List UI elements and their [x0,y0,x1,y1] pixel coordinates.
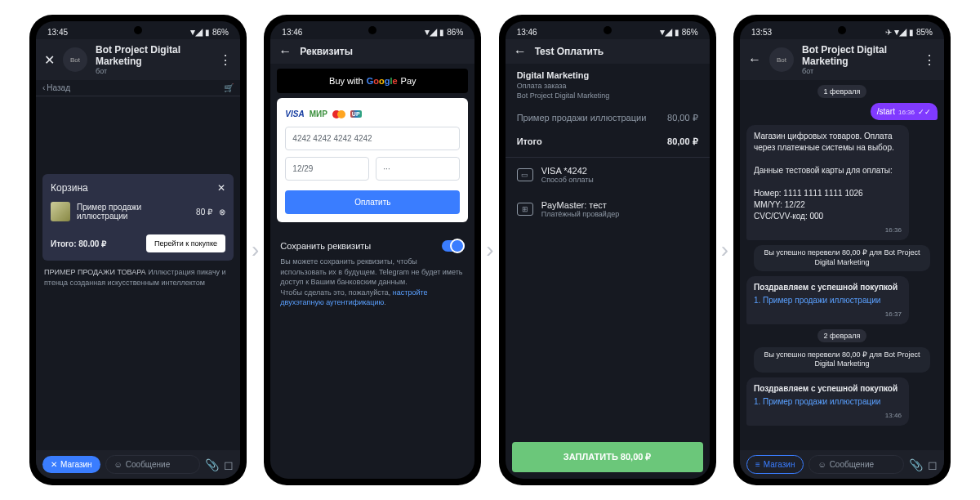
cart-item-name: Пример продажи иллюстрации [77,203,189,221]
camera-icon[interactable]: ◻ [224,458,234,471]
store-button[interactable]: ≡ Магазин [746,455,804,474]
close-icon[interactable]: ✕ [217,182,225,194]
outgoing-message[interactable]: /start16:36✓✓ [871,103,938,120]
chevron-right-icon: › [721,237,728,263]
webview-back-button[interactable]: ‹ Назад [42,83,70,92]
camera-icon[interactable]: ◻ [928,458,938,471]
input-bar: ✕ Магазин ☺Сообщение 📎 ◻ [36,450,240,479]
incoming-message[interactable]: Поздравляем с успешной покупкой 1. Приме… [746,377,909,426]
product-caption: ПРИМЕР ПРОДАЖИ ТОВАРА Иллюстрация пикачу… [36,261,240,294]
input-bar: ≡ Магазин ☺Сообщение 📎 ◻ [740,450,944,479]
wifi-icon: ▾◢ [660,26,672,38]
page-title: Реквизиты [300,46,353,57]
payment-method-row[interactable]: ▭ VISA *4242 Способ оплаты [506,158,710,192]
cart-panel: Корзина✕ Пример продажи иллюстрации 80 ₽… [42,174,234,261]
more-icon[interactable]: ⋮ [219,52,232,68]
emoji-icon[interactable]: ☺ [114,460,122,469]
more-icon[interactable]: ⋮ [923,52,936,68]
save-details-label: Сохранить реквизиты [280,241,371,251]
card-icon: ▭ [517,168,533,181]
card-cvc-input[interactable] [376,157,460,181]
service-message: Вы успешно перевели 80,00 ₽ для Bot Proj… [754,245,929,270]
battery-pct: 85% [916,28,933,37]
chat-header: ← Bot Bot Project Digital Marketing бот … [740,39,944,80]
message-input[interactable]: ☺Сообщение [105,455,200,474]
date-separator: 2 февраля [817,329,867,342]
cart-item-price: 80 ₽ [196,208,212,217]
battery-pct: 86% [682,28,698,37]
chat-title: Bot Project Digital Marketing [96,44,211,67]
webview-bar: ‹ Назад 🛒 [36,80,240,96]
chat-body[interactable]: 1 февраля /start16:36✓✓ Магазин цифровых… [740,80,944,450]
remove-item-icon[interactable]: ⊗ [219,208,225,217]
chat-subtitle: бот [802,67,915,75]
battery-icon: ▮ [909,28,914,37]
wifi-icon: ▾◢ [894,26,906,38]
cart-icon[interactable]: 🛒 [224,83,234,92]
battery-icon: ▮ [439,28,444,37]
clock: 13:45 [47,28,68,37]
read-icon: ✓✓ [918,108,931,116]
clock: 13:46 [517,28,537,37]
save-details-note: Вы можете сохранить реквизиты, чтобы исп… [270,257,474,308]
back-icon[interactable]: ← [748,52,761,67]
avatar[interactable]: Bot [769,47,794,72]
close-icon[interactable]: ✕ [44,52,55,68]
battery-icon: ▮ [205,28,210,37]
chat-header: ✕ Bot Bot Project Digital Marketing бот … [36,39,240,80]
cart-item-thumb [51,202,70,221]
wifi-icon: ▾◢ [425,26,437,38]
battery-icon: ▮ [675,28,679,37]
date-separator: 1 февраля [817,85,867,98]
incoming-message[interactable]: Магазин цифровых товаров. Оплата через п… [746,125,909,240]
incoming-message[interactable]: Поздравляем с успешной покупкой 1. Приме… [746,276,909,324]
message-input[interactable]: ☺Сообщение [808,455,904,474]
battery-pct: 86% [212,28,229,37]
provider-icon: ⊞ [517,203,533,216]
card-form: VISA МИР UP Оплатить [277,98,468,222]
service-message: Вы успешно перевели 80,00 ₽ для Bot Proj… [754,347,929,373]
back-icon[interactable]: ← [514,44,527,59]
avatar[interactable]: Bot [63,47,87,72]
chevron-right-icon: › [486,237,493,263]
emoji-icon[interactable]: ☺ [817,460,826,469]
payment-provider-row[interactable]: ⊞ PayMaster: тест Платёжный провайдер [506,192,710,226]
clock: 13:53 [751,28,772,37]
page-header: ← Реквизиты [270,39,474,64]
chevron-right-icon: › [252,237,259,263]
clock: 13:46 [282,28,302,37]
attach-icon[interactable]: 📎 [205,458,219,471]
card-expiry-input[interactable] [285,157,369,181]
card-brand-logos: VISA МИР UP [285,109,460,118]
gpay-button[interactable]: Buy with Google Pay [277,69,468,93]
save-details-toggle[interactable] [442,240,465,252]
store-button[interactable]: ✕ Магазин [42,456,100,473]
attach-icon[interactable]: 📎 [909,458,923,471]
wifi-icon: ▾◢ [190,26,203,38]
back-icon[interactable]: ← [278,44,292,59]
card-number-input[interactable] [285,127,460,150]
checkout-button[interactable]: Перейти к покупке [146,234,225,252]
order-header: Digital Marketing Оплата заказа Bot Proj… [506,64,710,106]
chat-title: Bot Project Digital Marketing [802,44,915,67]
page-title: Test Оплатить [535,46,604,57]
cart-total: Итого: 80.00 ₽ [51,239,106,248]
order-total-row: Итого 80,00 ₽ [506,130,710,158]
telegram-icon: ✈ [885,28,892,37]
chat-subtitle: бот [96,67,211,75]
page-header: ← Test Оплатить [506,39,710,64]
order-item-row: Пример продажи иллюстрации 80,00 ₽ [506,106,710,130]
cart-title: Корзина [51,182,88,194]
pay-button[interactable]: ЗАПЛАТИТЬ 80,00 ₽ [512,442,703,472]
battery-pct: 86% [447,28,463,37]
pay-button[interactable]: Оплатить [285,190,460,214]
